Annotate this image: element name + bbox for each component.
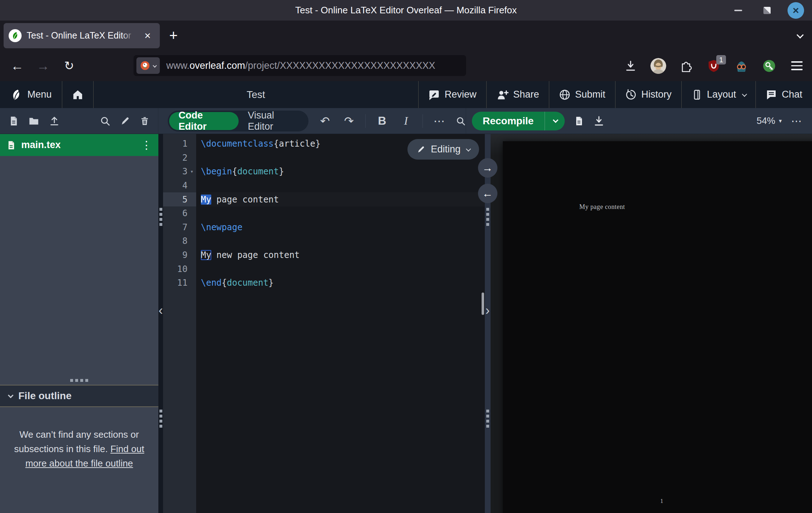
search-engine-chip[interactable]	[136, 57, 160, 74]
gutter-line-number[interactable]: 11	[163, 276, 196, 290]
back-button[interactable]: ←	[7, 56, 27, 76]
rename-pencil-icon[interactable]	[120, 116, 130, 126]
recompile-button[interactable]: Recompile	[472, 115, 545, 127]
code-toolbar: Code Editor Visual Editor ↶ ↷ B I ⋯	[158, 108, 466, 134]
new-file-icon[interactable]	[9, 116, 19, 126]
share-label: Share	[513, 89, 539, 100]
delete-trash-icon[interactable]	[140, 116, 149, 126]
outline-resize-handle[interactable]	[0, 376, 158, 385]
url-text[interactable]: www.overleaf.com/project/XXXXXXXXXXXXXXX…	[166, 60, 435, 71]
file-tree-divider[interactable]: ‹	[158, 134, 163, 513]
more-tools-button[interactable]: ⋯	[432, 114, 447, 128]
browser-tab[interactable]: Test - Online LaTeX Editor O ×	[4, 23, 160, 48]
collapse-file-tree-icon[interactable]: ‹	[159, 304, 163, 317]
expand-pdf-icon[interactable]: ›	[486, 304, 490, 317]
compile-log-icon[interactable]	[574, 116, 584, 126]
file-name: main.tex	[21, 139, 61, 151]
divider-drag-handle[interactable]	[486, 208, 489, 226]
upload-icon[interactable]	[49, 116, 60, 126]
pdf-page-text: My page content	[579, 203, 625, 211]
gutter-line-number[interactable]: 3▾	[163, 165, 196, 179]
fold-arrow-icon[interactable]: ▾	[188, 168, 196, 175]
search-files-icon[interactable]	[100, 116, 110, 126]
code-line[interactable]: My page content	[201, 192, 485, 206]
chat-button[interactable]: Chat	[756, 81, 812, 108]
code-lines[interactable]: \documentclass{article}\begin{document}M…	[196, 134, 485, 513]
divider-drag-handle[interactable]	[159, 410, 162, 428]
extensions-button[interactable]	[678, 58, 694, 74]
puzzle-icon	[680, 59, 693, 72]
forward-button[interactable]: →	[33, 56, 53, 76]
gutter-line-number[interactable]: 2	[163, 151, 196, 165]
code-line[interactable]	[201, 206, 485, 220]
redo-button[interactable]: ↷	[342, 114, 356, 128]
bold-button[interactable]: B	[375, 114, 389, 128]
privacy-extension-button[interactable]	[734, 58, 749, 74]
layout-button[interactable]: Layout	[682, 81, 756, 108]
download-pdf-icon[interactable]	[593, 115, 605, 127]
code-line[interactable]	[201, 179, 485, 193]
share-button[interactable]: Share	[487, 81, 549, 108]
app-menu-button[interactable]	[789, 58, 805, 74]
account-button[interactable]	[650, 58, 666, 74]
editing-mode-dropdown[interactable]: Editing	[407, 139, 479, 160]
close-window-button[interactable]: ×	[788, 2, 804, 19]
file-outline-header[interactable]: File outline	[0, 385, 158, 407]
review-button[interactable]: Review	[419, 81, 487, 108]
code-line[interactable]	[201, 262, 485, 276]
code-token-plain: article	[279, 139, 315, 149]
chat-bubble-icon	[766, 89, 777, 101]
tab-close-icon[interactable]: ×	[140, 30, 155, 42]
downloads-button[interactable]	[623, 58, 639, 74]
url-bar[interactable]: www.overleaf.com/project/XXXXXXXXXXXXXXX…	[134, 55, 466, 76]
editor-pdf-divider[interactable]: → ← ›	[485, 134, 491, 513]
gutter-line-number[interactable]: 4	[163, 179, 196, 193]
code-line[interactable]: \newpage	[201, 220, 485, 235]
file-item-main-tex[interactable]: main.tex ⋮	[0, 134, 158, 156]
code-line[interactable]: \begin{document}	[201, 165, 485, 179]
gutter-line-number[interactable]: 6	[163, 206, 196, 220]
undo-button[interactable]: ↶	[317, 114, 332, 128]
divider-drag-handle[interactable]	[486, 410, 489, 428]
key-icon	[762, 59, 776, 73]
reload-button[interactable]: ↻	[59, 56, 79, 76]
gutter-line-number[interactable]: 1	[163, 137, 196, 151]
new-folder-icon[interactable]	[28, 116, 39, 126]
chevron-down-icon	[552, 117, 558, 123]
ublock-origin-button[interactable]: 1	[706, 58, 722, 74]
submit-label: Submit	[575, 89, 605, 100]
pdf-page[interactable]: My page content 1	[503, 141, 812, 513]
editor-scrollbar-thumb[interactable]	[482, 293, 484, 315]
file-menu-kebab-icon[interactable]: ⋮	[141, 139, 152, 151]
maximize-button[interactable]	[759, 2, 775, 19]
submit-button[interactable]: Submit	[549, 81, 615, 108]
menu-button[interactable]: Menu	[0, 81, 62, 108]
pdf-more-options-button[interactable]: ⋯	[791, 115, 803, 127]
gutter-line-number[interactable]: 7	[163, 220, 196, 235]
sync-to-code-button[interactable]: ←	[478, 184, 497, 203]
recompile-options-button[interactable]	[545, 119, 565, 123]
code-line[interactable]	[201, 234, 485, 248]
keepassxc-button[interactable]	[761, 58, 777, 74]
code-token-plain: new page content	[211, 250, 300, 260]
new-tab-button[interactable]: +	[163, 26, 184, 46]
gutter-line-number[interactable]: 5	[163, 192, 196, 206]
history-button[interactable]: History	[615, 81, 682, 108]
code-token-cmd: \end	[201, 278, 222, 288]
gutter-line-number[interactable]: 10	[163, 262, 196, 276]
search-in-code-icon[interactable]	[456, 116, 466, 126]
italic-button[interactable]: I	[398, 114, 413, 128]
code-line[interactable]: My new page content	[201, 248, 485, 262]
pdf-zoom-control[interactable]: 54% ▾	[757, 115, 782, 126]
layout-icon	[691, 89, 702, 101]
home-button[interactable]	[62, 81, 94, 108]
gutter-line-number[interactable]: 9	[163, 248, 196, 262]
minimize-button[interactable]	[730, 2, 746, 19]
code-line[interactable]: \end{document}	[201, 276, 485, 290]
sync-to-pdf-button[interactable]: →	[478, 158, 497, 178]
list-all-tabs-button[interactable]	[798, 32, 803, 39]
divider-drag-handle[interactable]	[159, 208, 162, 226]
visual-editor-tab[interactable]: Visual Editor	[239, 110, 307, 132]
gutter-line-number[interactable]: 8	[163, 234, 196, 248]
code-editor-tab[interactable]: Code Editor	[169, 112, 239, 130]
